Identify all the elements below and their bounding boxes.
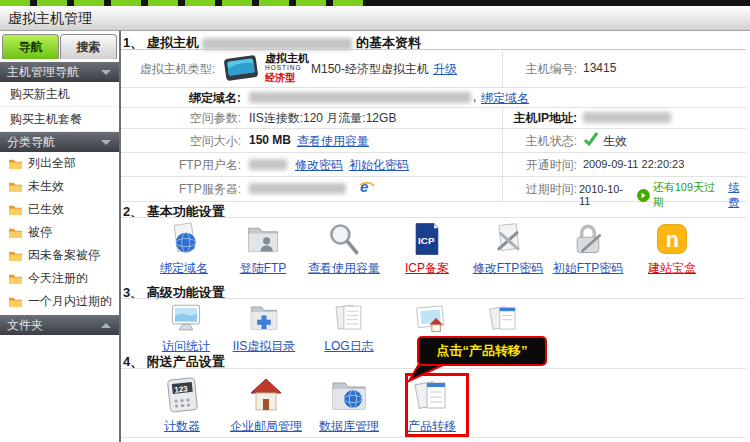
magnifier-icon (326, 221, 362, 257)
view-usage-link[interactable]: 查看使用容量 (297, 133, 369, 150)
main-content: 1、 虚拟主机 的基本资料 虚拟主机类型: 虚拟主机 HOSTING 经济型 M… (121, 31, 750, 442)
log-pages-icon (332, 301, 366, 335)
sidebar-section-host-management[interactable]: 主机管理导航 (0, 62, 119, 82)
redacted-host-name (202, 38, 352, 50)
n-box-icon: n (654, 221, 690, 257)
open-time-value: 2009-09-11 22:20:23 (583, 158, 684, 170)
init-password-link[interactable]: 初始化密码 (349, 157, 409, 174)
function-label[interactable]: 企业邮局管理 (230, 418, 302, 435)
ie-browser-icon[interactable]: e (358, 178, 376, 196)
callout-tail (403, 363, 449, 383)
function-view-usage[interactable]: 查看使用容量 (304, 221, 384, 277)
expire-note: 还有109天过期 (653, 180, 726, 210)
function-label[interactable]: 初始FTP密码 (553, 260, 624, 277)
calculator-icon: 123 (162, 375, 202, 415)
ftp-server-label: FTP服务器: (121, 181, 241, 198)
folder-label: 今天注册的 (28, 270, 88, 287)
function-label[interactable]: 建站宝盒 (648, 260, 696, 277)
folder-icon (8, 273, 23, 285)
chevron-down-icon (101, 70, 111, 75)
open-time-label: 开通时间: (491, 157, 577, 174)
folder-label: 未生效 (28, 178, 64, 195)
pages-pencil-icon (487, 301, 521, 335)
folder-label: 列出全部 (28, 155, 76, 172)
change-password-link[interactable]: 修改密码 (295, 157, 343, 174)
section-header-label: 文件夹 (0, 318, 43, 332)
heading-suffix: 的基本资料 (356, 35, 421, 50)
space-size-label: 空间大小: (121, 133, 241, 150)
function-label[interactable]: ICP备案 (405, 260, 449, 277)
function-bind-domain[interactable]: 绑定域名 (144, 221, 224, 277)
function-label[interactable]: 计数器 (164, 418, 200, 435)
folder-label: 被停 (28, 224, 52, 241)
sidebar-item-list-all[interactable]: 列出全部 (0, 152, 119, 175)
section-header-label: 主机管理导航 (0, 65, 79, 79)
function-label[interactable]: LOG日志 (324, 338, 373, 355)
sidebar-item-active[interactable]: 已生效 (0, 198, 119, 221)
expire-time-label: 过期时间: (491, 181, 577, 198)
function-label[interactable]: 查看使用容量 (308, 260, 380, 277)
badge-line2: HOSTING (265, 64, 309, 72)
heading-prefix: 1、 虚拟主机 (123, 35, 199, 50)
folder-icon (8, 158, 23, 170)
function-enterprise-mail[interactable]: 企业邮局管理 (226, 375, 306, 435)
folder-icon (8, 227, 23, 239)
redacted-ftp-user (249, 159, 287, 170)
section-header-label: 分类导航 (0, 135, 55, 149)
sidebar-item-not-active[interactable]: 未生效 (0, 175, 119, 198)
svg-text:n: n (666, 227, 679, 252)
function-counter[interactable]: 123 计数器 (142, 375, 222, 435)
tab-navigation[interactable]: 导航 (2, 34, 59, 59)
function-label[interactable]: IIS虚拟目录 (233, 338, 296, 355)
sidebar: 导航 搜索 主机管理导航 购买新主机 购买主机套餐 分类导航 列出全部 未生效 … (0, 31, 119, 442)
green-arrow-circle-icon (637, 189, 650, 202)
monitor-icon (169, 301, 203, 335)
sidebar-item-buy-new-host[interactable]: 购买新主机 (0, 82, 119, 107)
sidebar-item-stopped-no-icp[interactable]: 因未备案被停 (0, 244, 119, 267)
folder-globe-icon (329, 375, 369, 415)
function-label[interactable]: 数据库管理 (319, 418, 379, 435)
badge-line3: 经济型 (265, 72, 309, 83)
space-params-value: IIS连接数:120 月流量:12GB (249, 110, 396, 127)
redacted-ip (583, 112, 671, 123)
function-visit-stats[interactable]: 访问统计 (146, 301, 226, 355)
domain-label: 绑定域名: (121, 90, 241, 107)
function-site-builder-box[interactable]: n 建站宝盒 (632, 221, 712, 277)
folder-label: 因未备案被停 (28, 247, 100, 264)
function-label[interactable]: 绑定域名 (160, 260, 208, 277)
function-label[interactable]: 登陆FTP (240, 260, 287, 277)
sidebar-item-buy-host-plan[interactable]: 购买主机套餐 (0, 107, 119, 132)
upgrade-link[interactable]: 升级 (433, 61, 457, 78)
redacted-domains (249, 92, 471, 103)
host-type-label: 虚拟主机类型: (121, 61, 215, 78)
sidebar-section-folders[interactable]: 文件夹 (0, 315, 119, 335)
function-init-ftp-password[interactable]: 初始FTP密码 (548, 221, 628, 277)
folder-icon (8, 181, 23, 193)
sidebar-section-category-nav[interactable]: 分类导航 (0, 132, 119, 152)
folder-icon (8, 296, 23, 308)
ftp-user-label: FTP用户名: (121, 157, 241, 174)
function-iis-virtual-dir[interactable]: IIS虚拟目录 (224, 301, 304, 355)
domain-separator: , (473, 90, 476, 104)
function-label[interactable]: 修改FTP密码 (473, 260, 544, 277)
svg-text:ICP: ICP (418, 235, 435, 246)
callout-bubble: 点击“产品转移” (417, 336, 547, 366)
bind-domain-link[interactable]: 绑定域名 (481, 90, 529, 107)
sidebar-item-registered-today[interactable]: 今天注册的 (0, 267, 119, 290)
folder-label: 一个月内过期的 (28, 293, 112, 310)
sidebar-item-expiring-in-month[interactable]: 一个月内过期的 (0, 290, 119, 313)
tab-search[interactable]: 搜索 (60, 34, 117, 59)
renew-link[interactable]: 续费 (728, 180, 750, 210)
photo-home-icon (414, 301, 448, 335)
function-icp-filing[interactable]: ICP ICP备案 (387, 221, 467, 277)
svg-text:e: e (360, 178, 368, 195)
function-database-management[interactable]: 数据库管理 (309, 375, 389, 435)
function-change-ftp-password[interactable]: 修改FTP密码 (468, 221, 548, 277)
function-login-ftp[interactable]: 登陆FTP (223, 221, 303, 277)
function-log[interactable]: LOG日志 (309, 301, 389, 355)
folder-icon (8, 250, 23, 262)
space-size-value: 150 MB (249, 133, 291, 147)
folder-icon (8, 204, 23, 216)
page-title: 虚拟主机管理 (0, 6, 92, 30)
sidebar-item-stopped[interactable]: 被停 (0, 221, 119, 244)
